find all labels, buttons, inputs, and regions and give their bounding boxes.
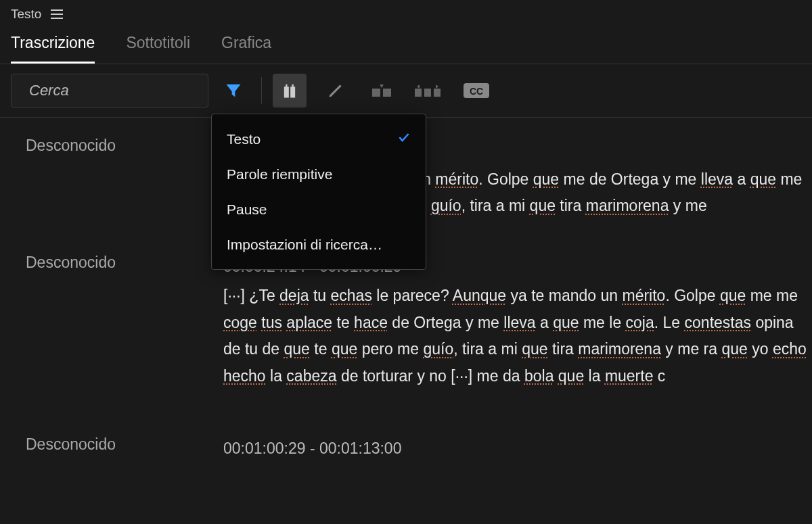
replace-clip-expand-button[interactable] xyxy=(411,74,445,108)
panel-menu-icon[interactable] xyxy=(51,9,63,19)
filter-option-label: Pause xyxy=(227,201,267,218)
filter-icon xyxy=(224,81,243,100)
transcript-text[interactable]: [···] ¿Te deja tu echas le parece? Aunqu… xyxy=(223,283,812,389)
cc-icon: CC xyxy=(463,81,490,100)
insert-pause-button[interactable] xyxy=(273,74,307,108)
tab-graphics[interactable]: Grafica xyxy=(221,34,271,64)
speaker-label: Desconocido xyxy=(0,435,223,465)
filter-option-fillers[interactable]: Parole riempitive xyxy=(212,157,426,192)
transcript-segment[interactable]: Desconocido 00:01:00:29 - 00:01:13:00 xyxy=(0,416,812,465)
tabs-bar: Trascrizione Sottotitoli Grafica xyxy=(0,24,812,64)
svg-marker-12 xyxy=(417,85,420,89)
filter-option-pauses[interactable]: Pause xyxy=(212,192,426,227)
pencil-icon xyxy=(327,82,344,99)
svg-marker-8 xyxy=(380,85,384,88)
tab-transcription[interactable]: Trascrizione xyxy=(11,34,95,64)
panel-title: Testo xyxy=(11,7,41,22)
checkmark-icon xyxy=(397,130,411,147)
svg-marker-13 xyxy=(436,85,438,89)
toolbar: CC Testo Parole riempitive Pause Imposta… xyxy=(0,64,812,117)
replace-clip-icon xyxy=(370,82,393,99)
filter-dropdown: Testo Parole riempitive Pause Impostazio… xyxy=(211,114,426,270)
svg-rect-11 xyxy=(434,89,441,97)
svg-text:CC: CC xyxy=(470,86,483,97)
svg-rect-6 xyxy=(372,89,380,97)
filter-option-search-settings[interactable]: Impostazioni di ricerca… xyxy=(212,227,426,262)
cc-button[interactable]: CC xyxy=(459,74,493,108)
timecode: 00:01:00:29 - 00:01:13:00 xyxy=(223,435,812,462)
search-input[interactable] xyxy=(29,82,216,99)
tab-subtitles[interactable]: Sottotitoli xyxy=(126,34,190,64)
svg-rect-10 xyxy=(424,89,431,97)
filter-option-label: Testo xyxy=(227,131,261,147)
svg-rect-9 xyxy=(415,89,422,97)
pause-markers-icon xyxy=(280,81,299,100)
svg-rect-7 xyxy=(383,89,391,97)
filter-option-label: Impostazioni di ricerca… xyxy=(227,237,382,253)
svg-rect-2 xyxy=(285,87,288,97)
filter-button[interactable] xyxy=(217,74,250,108)
filter-option-label: Parole riempitive xyxy=(227,166,332,183)
edit-button[interactable] xyxy=(319,74,353,108)
replace-clip-button[interactable] xyxy=(365,74,399,108)
filter-option-text[interactable]: Testo xyxy=(212,121,426,157)
speaker-label: Desconocido xyxy=(0,137,223,220)
speaker-label: Desconocido xyxy=(0,254,223,390)
replace-clip-expand-icon xyxy=(413,82,442,99)
toolbar-divider xyxy=(261,77,262,104)
transcript-segment[interactable]: Desconocido 00:00:24:14 - 00:01:00:29 [·… xyxy=(0,247,812,417)
search-box[interactable] xyxy=(11,74,208,108)
svg-rect-3 xyxy=(291,87,294,97)
